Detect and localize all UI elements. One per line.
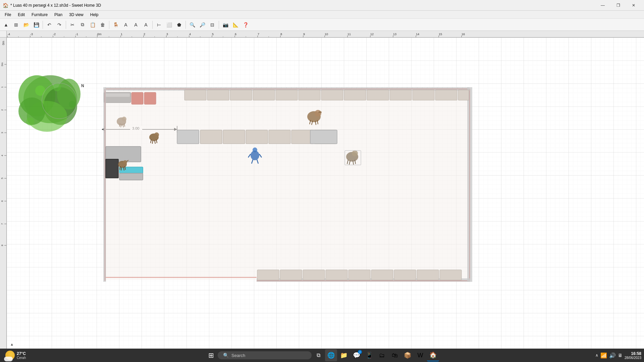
toolbar-paste[interactable]: 📋 bbox=[88, 20, 97, 29]
svg-rect-189 bbox=[321, 90, 343, 100]
taskbar-store-icon[interactable]: 🛍 bbox=[389, 349, 401, 361]
taskbar-files-icon[interactable]: 📁 bbox=[338, 349, 350, 361]
svg-text:8: 8 bbox=[280, 33, 282, 36]
toolbar-3d[interactable]: 📐 bbox=[231, 20, 240, 29]
svg-text:2: 2 bbox=[144, 33, 145, 36]
toolbar-zoom-out[interactable]: 🔎 bbox=[198, 20, 207, 29]
svg-text:7: 7 bbox=[1, 223, 4, 225]
taskbar-center: ⊞ 🔍 Search ⧉ 🌐 📁 💬 2 📱 🗂 🛍 bbox=[205, 349, 439, 361]
toolbar-add-dim[interactable]: A bbox=[141, 20, 151, 29]
svg-rect-186 bbox=[253, 90, 275, 100]
svg-text:12: 12 bbox=[370, 33, 374, 36]
toolbar-zoom-in[interactable]: 🔍 bbox=[187, 20, 197, 29]
svg-rect-190 bbox=[344, 90, 366, 100]
taskbar: 27°C Cerah ⊞ 🔍 Search ⧉ 🌐 📁 💬 2 📱 bbox=[0, 349, 644, 362]
toolbar-undo[interactable]: ↶ bbox=[45, 20, 54, 29]
svg-point-222 bbox=[154, 132, 159, 137]
toolbar-camera[interactable]: 📷 bbox=[221, 20, 230, 29]
svg-text:4: 4 bbox=[1, 155, 4, 156]
toolbar-add-room[interactable]: A bbox=[131, 20, 141, 29]
tray-volume[interactable]: 🔊 bbox=[609, 352, 616, 359]
search-label: Search bbox=[231, 353, 245, 358]
svg-point-235 bbox=[251, 150, 259, 160]
toolbar-cut[interactable]: ✂ bbox=[68, 20, 77, 29]
svg-rect-187 bbox=[276, 90, 298, 100]
maximize-button[interactable]: ❐ bbox=[610, 0, 626, 11]
svg-text:8: 8 bbox=[1, 244, 4, 246]
window-title: * Luas 40 m persegi 4 x 12.sh3d - Sweet … bbox=[10, 3, 101, 8]
svg-rect-195 bbox=[458, 90, 469, 100]
task-view-button[interactable]: ⧉ bbox=[312, 349, 324, 361]
taskbar-whatsapp-icon[interactable]: 📱 bbox=[363, 349, 375, 361]
svg-rect-192 bbox=[390, 90, 412, 100]
taskbar-dropbox-icon[interactable]: 📦 bbox=[401, 349, 414, 361]
ruler-top: -4 -3 -2 -1 0m 1 2 3 4 5 6 bbox=[7, 31, 644, 38]
svg-text:0m: 0m bbox=[97, 33, 102, 36]
svg-text:3: 3 bbox=[1, 132, 4, 133]
tray-display[interactable]: 🖥 bbox=[618, 353, 623, 358]
toolbar-help[interactable]: ❓ bbox=[241, 20, 250, 29]
svg-point-81 bbox=[35, 85, 45, 96]
toolbar-new[interactable]: ⊞ bbox=[11, 20, 21, 29]
svg-text:5: 5 bbox=[1, 177, 4, 179]
toolbar-add-furniture[interactable]: 🪑 bbox=[111, 20, 120, 29]
toolbar-redo[interactable]: ↷ bbox=[55, 20, 64, 29]
menu-3dview[interactable]: 3D view bbox=[66, 11, 87, 19]
app-icon: 🏠 bbox=[3, 3, 8, 8]
toolbar-add-text[interactable]: A bbox=[121, 20, 130, 29]
taskbar-browser-icon[interactable]: 🌐 bbox=[325, 349, 337, 361]
toolbar-delete[interactable]: 🗑 bbox=[98, 20, 107, 29]
menu-help[interactable]: Help bbox=[87, 11, 102, 19]
toolbar-copy[interactable]: ⧉ bbox=[78, 20, 87, 29]
toolbar-open[interactable]: 📂 bbox=[21, 20, 31, 29]
svg-rect-185 bbox=[230, 90, 252, 100]
floor-plan-svg: N bbox=[7, 38, 644, 349]
svg-rect-204 bbox=[440, 270, 462, 280]
drawing-canvas[interactable]: N bbox=[7, 38, 644, 349]
menu-furniture[interactable]: Furniture bbox=[28, 11, 51, 19]
svg-rect-184 bbox=[207, 90, 229, 100]
svg-text:14: 14 bbox=[416, 33, 419, 36]
toolbar-save[interactable]: 💾 bbox=[32, 20, 41, 29]
weather-text: 27°C Cerah bbox=[17, 351, 26, 360]
furniture-black-box bbox=[106, 159, 118, 178]
toolbar-fit[interactable]: ⊟ bbox=[208, 20, 217, 29]
tray-wifi[interactable]: 📶 bbox=[600, 352, 607, 359]
svg-rect-193 bbox=[413, 90, 434, 100]
ruler-left: 0m 0m 1 2 3 4 5 6 7 8 bbox=[0, 38, 7, 349]
svg-text:9: 9 bbox=[303, 33, 305, 36]
search-bar[interactable]: 🔍 Search bbox=[218, 351, 312, 359]
svg-text:11: 11 bbox=[347, 33, 351, 36]
toolbar-draw-poly[interactable]: ⬟ bbox=[174, 20, 184, 29]
svg-text:1: 1 bbox=[1, 86, 4, 88]
taskbar-sweethome-icon[interactable]: 🏠 bbox=[427, 349, 439, 361]
close-button[interactable]: ✕ bbox=[626, 0, 641, 11]
titlebar: 🏠 * Luas 40 m persegi 4 x 12.sh3d - Swee… bbox=[0, 0, 644, 11]
tray-expand[interactable]: ∧ bbox=[595, 353, 598, 358]
start-button[interactable]: ⊞ bbox=[205, 349, 217, 361]
svg-text:4: 4 bbox=[189, 33, 191, 36]
taskbar-chat-icon[interactable]: 💬 2 bbox=[351, 349, 363, 361]
minimize-button[interactable]: — bbox=[595, 0, 610, 11]
svg-point-83 bbox=[69, 101, 75, 108]
svg-text:7: 7 bbox=[258, 33, 259, 36]
toolbar: ▲ ⊞ 📂 💾 ↶ ↷ ✂ ⧉ 📋 🗑 🪑 A A A ⊢ ⬜ ⬟ 🔍 🔎 ⊟ … bbox=[0, 19, 644, 31]
toolbar-draw-room[interactable]: ⬜ bbox=[164, 20, 174, 29]
svg-rect-213 bbox=[310, 130, 337, 144]
taskbar-word-icon[interactable]: W bbox=[414, 349, 426, 361]
canvas-area[interactable]: -4 -3 -2 -1 0m 1 2 3 4 5 6 bbox=[0, 31, 644, 349]
clock[interactable]: 16:58 28/06/2023 bbox=[625, 351, 641, 360]
menu-file[interactable]: File bbox=[1, 11, 14, 19]
menu-edit[interactable]: Edit bbox=[14, 11, 28, 19]
taskbar-explorer-icon[interactable]: 🗂 bbox=[376, 349, 388, 361]
toolbar-draw-walls[interactable]: ⊢ bbox=[154, 20, 164, 29]
ruler-corner bbox=[0, 31, 7, 38]
menu-plan[interactable]: Plan bbox=[51, 11, 66, 19]
svg-rect-203 bbox=[417, 270, 439, 280]
toolbar-select[interactable]: ▲ bbox=[1, 20, 11, 29]
svg-rect-198 bbox=[303, 270, 325, 280]
svg-text:1: 1 bbox=[121, 33, 122, 36]
system-tray: ∧ 📶 🔊 🖥 16:58 28/06/2023 bbox=[595, 351, 641, 360]
svg-rect-110 bbox=[103, 87, 106, 282]
svg-text:-3: -3 bbox=[30, 33, 33, 36]
